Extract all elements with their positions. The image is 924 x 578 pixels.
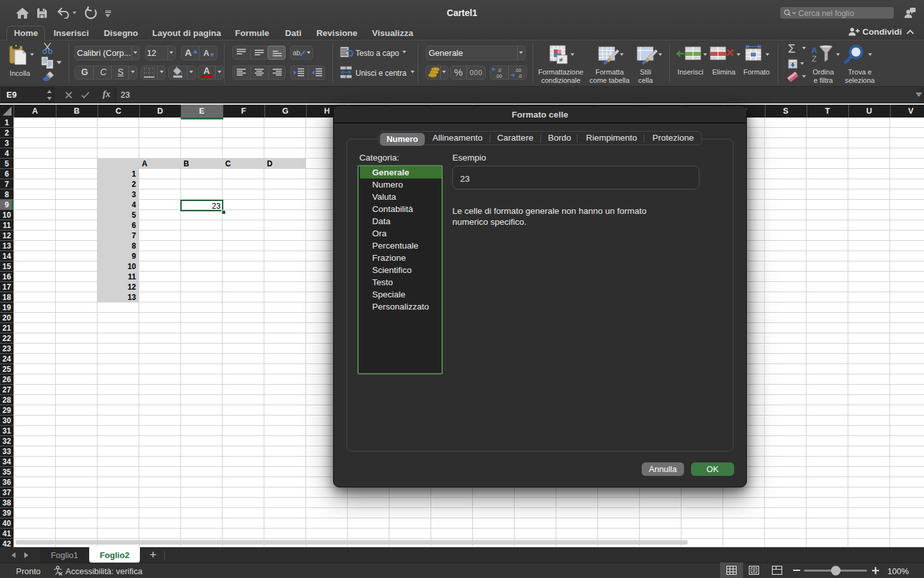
svg-text:.00: .00 — [515, 67, 521, 73]
svg-text:.0: .0 — [518, 73, 522, 78]
svg-text:ab: ab — [293, 49, 300, 57]
svg-text:.0: .0 — [497, 67, 501, 73]
svg-text:A: A — [811, 46, 817, 55]
svg-text:Z: Z — [812, 55, 817, 63]
svg-text:≠: ≠ — [559, 56, 563, 64]
svg-text:.00: .00 — [495, 73, 502, 78]
